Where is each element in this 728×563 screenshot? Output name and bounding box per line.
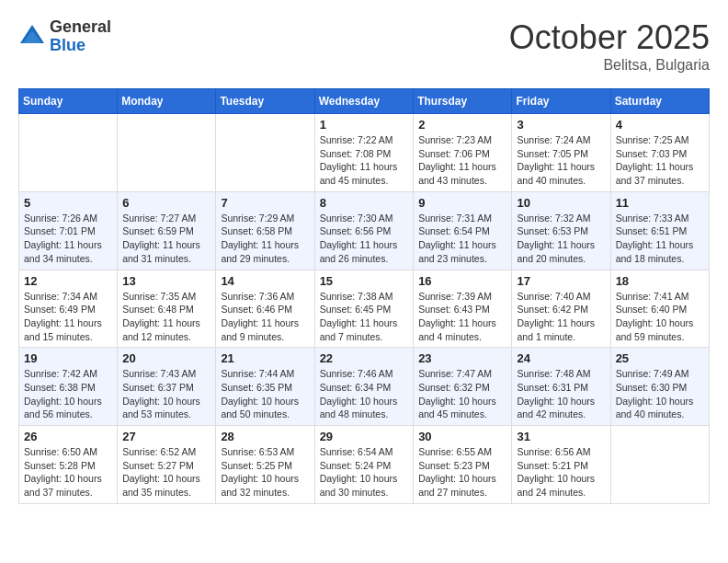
calendar-cell: 25Sunrise: 7:49 AM Sunset: 6:30 PM Dayli… — [610, 348, 709, 426]
logo-blue-text: Blue — [50, 37, 111, 55]
location: Belitsa, Bulgaria — [509, 57, 710, 74]
weekday-header: Saturday — [610, 89, 709, 114]
day-info: Sunrise: 7:24 AM Sunset: 7:05 PM Dayligh… — [517, 133, 605, 188]
logo-icon — [18, 23, 46, 51]
calendar-week-row: 26Sunrise: 6:50 AM Sunset: 5:28 PM Dayli… — [19, 426, 710, 504]
day-number: 13 — [122, 274, 210, 288]
calendar-cell: 19Sunrise: 7:42 AM Sunset: 6:38 PM Dayli… — [19, 348, 118, 426]
day-info: Sunrise: 7:40 AM Sunset: 6:42 PM Dayligh… — [517, 290, 605, 344]
calendar-cell: 21Sunrise: 7:44 AM Sunset: 6:35 PM Dayli… — [216, 348, 314, 426]
calendar-cell: 1Sunrise: 7:22 AM Sunset: 7:08 PM Daylig… — [314, 114, 414, 192]
day-number: 24 — [517, 351, 605, 365]
day-info: Sunrise: 7:30 AM Sunset: 6:56 PM Dayligh… — [320, 212, 409, 266]
title-block: October 2025 Belitsa, Bulgaria — [509, 18, 710, 74]
weekday-header: Wednesday — [314, 89, 414, 114]
day-number: 16 — [418, 274, 506, 288]
day-number: 18 — [616, 274, 704, 288]
day-number: 27 — [122, 430, 210, 443]
calendar-cell: 27Sunrise: 6:52 AM Sunset: 5:27 PM Dayli… — [118, 426, 216, 504]
day-number: 31 — [517, 430, 605, 443]
calendar-cell — [118, 114, 216, 192]
calendar-cell: 26Sunrise: 6:50 AM Sunset: 5:28 PM Dayli… — [19, 426, 118, 504]
calendar-cell: 9Sunrise: 7:31 AM Sunset: 6:54 PM Daylig… — [414, 191, 512, 270]
day-number: 5 — [24, 196, 112, 210]
calendar-cell — [216, 114, 314, 192]
calendar-cell: 3Sunrise: 7:24 AM Sunset: 7:05 PM Daylig… — [512, 114, 610, 192]
calendar-cell: 5Sunrise: 7:26 AM Sunset: 7:01 PM Daylig… — [19, 191, 118, 270]
calendar-cell: 18Sunrise: 7:41 AM Sunset: 6:40 PM Dayli… — [610, 270, 709, 348]
calendar-cell: 11Sunrise: 7:33 AM Sunset: 6:51 PM Dayli… — [610, 191, 709, 270]
weekday-header: Tuesday — [216, 89, 314, 114]
day-info: Sunrise: 7:23 AM Sunset: 7:06 PM Dayligh… — [418, 133, 506, 188]
day-info: Sunrise: 6:54 AM Sunset: 5:24 PM Dayligh… — [320, 445, 409, 500]
day-number: 12 — [24, 274, 112, 288]
calendar-header-row: SundayMondayTuesdayWednesdayThursdayFrid… — [19, 89, 710, 114]
day-info: Sunrise: 7:27 AM Sunset: 6:59 PM Dayligh… — [122, 212, 210, 266]
day-number: 7 — [221, 196, 309, 210]
weekday-header: Friday — [512, 89, 610, 114]
day-info: Sunrise: 6:55 AM Sunset: 5:23 PM Dayligh… — [418, 445, 506, 500]
day-number: 8 — [320, 196, 409, 210]
calendar-cell: 22Sunrise: 7:46 AM Sunset: 6:34 PM Dayli… — [314, 348, 414, 426]
day-info: Sunrise: 7:43 AM Sunset: 6:37 PM Dayligh… — [122, 367, 210, 421]
calendar-cell: 7Sunrise: 7:29 AM Sunset: 6:58 PM Daylig… — [216, 191, 314, 270]
day-info: Sunrise: 7:46 AM Sunset: 6:34 PM Dayligh… — [320, 367, 409, 421]
day-info: Sunrise: 7:32 AM Sunset: 6:53 PM Dayligh… — [517, 212, 605, 266]
day-info: Sunrise: 7:25 AM Sunset: 7:03 PM Dayligh… — [616, 133, 704, 188]
day-number: 25 — [616, 351, 704, 365]
day-number: 11 — [616, 196, 704, 210]
calendar-cell: 28Sunrise: 6:53 AM Sunset: 5:25 PM Dayli… — [216, 426, 314, 504]
calendar-cell: 24Sunrise: 7:48 AM Sunset: 6:31 PM Dayli… — [512, 348, 610, 426]
day-number: 15 — [320, 274, 409, 288]
day-info: Sunrise: 6:52 AM Sunset: 5:27 PM Dayligh… — [122, 445, 210, 500]
day-info: Sunrise: 7:48 AM Sunset: 6:31 PM Dayligh… — [517, 367, 605, 421]
calendar-cell: 6Sunrise: 7:27 AM Sunset: 6:59 PM Daylig… — [118, 191, 216, 270]
calendar-cell: 13Sunrise: 7:35 AM Sunset: 6:48 PM Dayli… — [118, 270, 216, 348]
page-header: General Blue October 2025 Belitsa, Bulga… — [18, 18, 710, 74]
day-number: 26 — [24, 430, 112, 443]
month-title: October 2025 — [509, 18, 710, 57]
day-number: 21 — [221, 351, 309, 365]
calendar-cell: 12Sunrise: 7:34 AM Sunset: 6:49 PM Dayli… — [19, 270, 118, 348]
day-number: 19 — [24, 351, 112, 365]
calendar-table: SundayMondayTuesdayWednesdayThursdayFrid… — [18, 88, 710, 504]
day-number: 17 — [517, 274, 605, 288]
day-info: Sunrise: 7:31 AM Sunset: 6:54 PM Dayligh… — [418, 212, 506, 266]
calendar-week-row: 19Sunrise: 7:42 AM Sunset: 6:38 PM Dayli… — [19, 348, 710, 426]
day-number: 6 — [122, 196, 210, 210]
day-info: Sunrise: 7:22 AM Sunset: 7:08 PM Dayligh… — [320, 133, 409, 188]
day-info: Sunrise: 6:53 AM Sunset: 5:25 PM Dayligh… — [221, 445, 309, 500]
calendar-cell: 31Sunrise: 6:56 AM Sunset: 5:21 PM Dayli… — [512, 426, 610, 504]
day-info: Sunrise: 7:34 AM Sunset: 6:49 PM Dayligh… — [24, 290, 112, 344]
day-info: Sunrise: 7:29 AM Sunset: 6:58 PM Dayligh… — [221, 212, 309, 266]
calendar-cell: 20Sunrise: 7:43 AM Sunset: 6:37 PM Dayli… — [118, 348, 216, 426]
day-info: Sunrise: 7:35 AM Sunset: 6:48 PM Dayligh… — [122, 290, 210, 344]
day-number: 23 — [418, 351, 506, 365]
weekday-header: Thursday — [414, 89, 512, 114]
calendar-week-row: 1Sunrise: 7:22 AM Sunset: 7:08 PM Daylig… — [19, 114, 710, 192]
calendar-cell: 16Sunrise: 7:39 AM Sunset: 6:43 PM Dayli… — [414, 270, 512, 348]
day-number: 22 — [320, 351, 409, 365]
day-info: Sunrise: 6:56 AM Sunset: 5:21 PM Dayligh… — [517, 445, 605, 500]
day-info: Sunrise: 7:42 AM Sunset: 6:38 PM Dayligh… — [24, 367, 112, 421]
calendar-cell: 17Sunrise: 7:40 AM Sunset: 6:42 PM Dayli… — [512, 270, 610, 348]
calendar-cell — [19, 114, 118, 192]
day-info: Sunrise: 7:33 AM Sunset: 6:51 PM Dayligh… — [616, 212, 704, 266]
day-info: Sunrise: 6:50 AM Sunset: 5:28 PM Dayligh… — [24, 445, 112, 500]
day-number: 4 — [616, 118, 704, 132]
day-info: Sunrise: 7:26 AM Sunset: 7:01 PM Dayligh… — [24, 212, 112, 266]
day-number: 14 — [221, 274, 309, 288]
weekday-header: Sunday — [19, 89, 118, 114]
day-number: 1 — [320, 118, 409, 132]
day-info: Sunrise: 7:41 AM Sunset: 6:40 PM Dayligh… — [616, 290, 704, 344]
day-info: Sunrise: 7:47 AM Sunset: 6:32 PM Dayligh… — [418, 367, 506, 421]
calendar-cell: 4Sunrise: 7:25 AM Sunset: 7:03 PM Daylig… — [610, 114, 709, 192]
day-number: 3 — [517, 118, 605, 132]
day-info: Sunrise: 7:39 AM Sunset: 6:43 PM Dayligh… — [418, 290, 506, 344]
day-info: Sunrise: 7:44 AM Sunset: 6:35 PM Dayligh… — [221, 367, 309, 421]
calendar-cell — [610, 426, 709, 504]
logo-general-text: General — [50, 18, 111, 37]
weekday-header: Monday — [118, 89, 216, 114]
day-info: Sunrise: 7:36 AM Sunset: 6:46 PM Dayligh… — [221, 290, 309, 344]
day-number: 10 — [517, 196, 605, 210]
